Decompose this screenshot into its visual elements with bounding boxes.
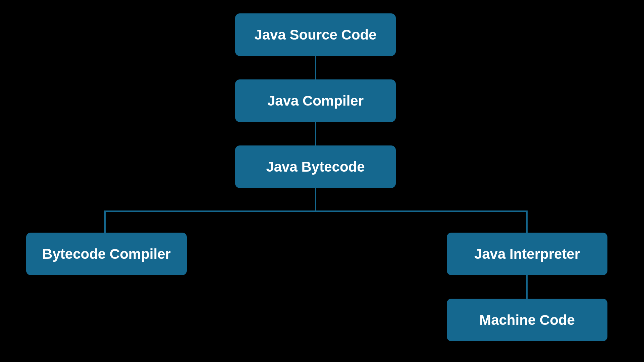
connector-left-drop bbox=[104, 210, 106, 233]
node-label: Java Compiler bbox=[267, 93, 364, 109]
connector-right-drop bbox=[526, 210, 528, 233]
connector-interpreter-to-machine bbox=[526, 275, 528, 299]
connector-horizontal-split bbox=[104, 210, 528, 212]
node-machine-code: Machine Code bbox=[447, 299, 607, 341]
node-java-interpreter: Java Interpreter bbox=[447, 233, 607, 275]
node-java-compiler: Java Compiler bbox=[235, 79, 396, 122]
node-label: Machine Code bbox=[479, 312, 575, 328]
connector-source-to-compiler bbox=[315, 56, 316, 79]
node-java-bytecode: Java Bytecode bbox=[235, 145, 396, 188]
node-label: Bytecode Compiler bbox=[42, 246, 171, 262]
connector-bytecode-down bbox=[315, 188, 316, 212]
node-java-source-code: Java Source Code bbox=[235, 13, 396, 56]
node-label: Java Bytecode bbox=[266, 159, 365, 175]
node-label: Java Source Code bbox=[254, 27, 376, 43]
connector-compiler-to-bytecode bbox=[315, 122, 316, 145]
node-label: Java Interpreter bbox=[474, 246, 580, 262]
node-bytecode-compiler: Bytecode Compiler bbox=[26, 233, 187, 275]
